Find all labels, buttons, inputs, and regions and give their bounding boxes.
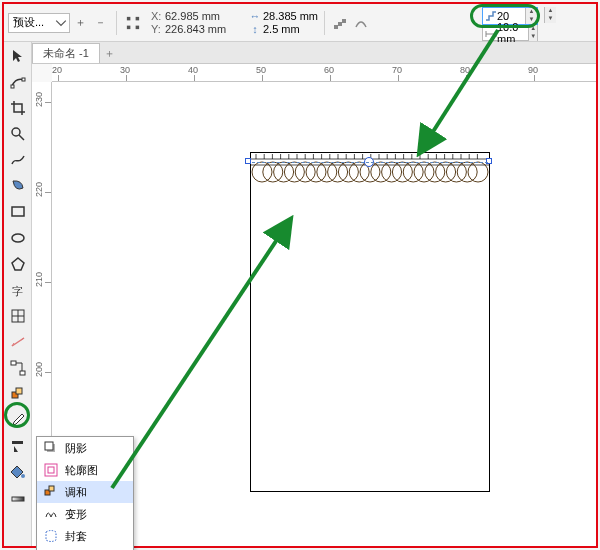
svg-text:字: 字 <box>12 285 23 297</box>
gap-icon <box>485 28 497 40</box>
svg-rect-6 <box>342 19 346 23</box>
connector-tool[interactable] <box>5 355 31 380</box>
interactive-fill-tool[interactable] <box>5 485 31 510</box>
zoom-tool[interactable] <box>5 121 31 146</box>
property-bar: 预设... ＋ － X:62.985 mm Y:226.843 mm ↔28.3… <box>4 4 596 42</box>
page-rectangle <box>250 152 490 492</box>
shadow-icon <box>41 441 61 455</box>
width-icon: ↔ <box>247 10 263 22</box>
svg-rect-0 <box>127 16 131 20</box>
preset-dropdown[interactable]: 预设... <box>8 13 70 33</box>
flyout-contour[interactable]: 轮廓图 <box>37 459 133 481</box>
flyout-label: 变形 <box>65 507 87 522</box>
svg-rect-7 <box>11 85 14 88</box>
x-label: X: <box>151 10 165 22</box>
svg-point-9 <box>12 128 20 136</box>
ellipse-tool[interactable] <box>5 225 31 250</box>
svg-rect-5 <box>338 22 342 26</box>
width-value: 28.385 mm <box>263 10 318 22</box>
effects-flyout: 阴影 轮廓图 调和 变形 封套 立体化 <box>36 436 134 550</box>
distort-icon <box>41 507 61 521</box>
flyout-label: 阴影 <box>65 441 87 456</box>
freehand-tool[interactable] <box>5 147 31 172</box>
svg-marker-13 <box>12 258 24 270</box>
tab-title: 未命名 -1 <box>43 46 89 61</box>
flyout-envelope[interactable]: 封套 <box>37 525 133 547</box>
svg-rect-11 <box>12 207 24 216</box>
document-tabbar: 未命名 -1 ＋ <box>32 42 596 64</box>
direct-blend-icon[interactable] <box>331 13 351 33</box>
flyout-label: 封套 <box>65 529 87 544</box>
table-tool[interactable] <box>5 303 31 328</box>
toolbox: 字 <box>4 42 32 546</box>
flyout-distort[interactable]: 变形 <box>37 503 133 525</box>
preset-remove-button[interactable]: － <box>90 13 110 33</box>
svg-rect-21 <box>11 361 16 365</box>
polygon-tool[interactable] <box>5 251 31 276</box>
preset-label: 预设... <box>13 15 53 30</box>
svg-rect-24 <box>16 388 22 394</box>
fill-tool[interactable] <box>5 459 31 484</box>
rectangle-tool[interactable] <box>5 199 31 224</box>
gap-up[interactable]: ▲ <box>528 25 537 33</box>
eyedropper-tool[interactable] <box>5 407 31 432</box>
svg-line-10 <box>19 135 24 140</box>
blend-gap-input[interactable]: 10.0 mm ▲▼ <box>482 25 538 41</box>
horizontal-ruler: 2030405060708090 <box>52 64 596 82</box>
document-tab[interactable]: 未命名 -1 <box>32 43 100 63</box>
flyout-label: 轮廓图 <box>65 463 98 478</box>
loop-blend-icon[interactable] <box>351 13 371 33</box>
svg-rect-81 <box>48 467 54 473</box>
tab-add-button[interactable]: ＋ <box>100 43 120 63</box>
blend-start-handle[interactable] <box>245 158 251 164</box>
gap-down[interactable]: ▼ <box>528 33 537 41</box>
svg-rect-26 <box>12 497 24 501</box>
svg-rect-22 <box>20 371 25 375</box>
flyout-blend[interactable]: 调和 <box>37 481 133 503</box>
aux-down[interactable]: ▼ <box>544 15 556 23</box>
x-value: 62.985 mm <box>165 10 235 22</box>
svg-point-25 <box>21 474 25 478</box>
pick-tool[interactable] <box>5 43 31 68</box>
chevron-down-icon <box>55 17 67 29</box>
preset-add-button[interactable]: ＋ <box>70 13 90 33</box>
y-label: Y: <box>151 23 165 35</box>
text-tool[interactable]: 字 <box>5 277 31 302</box>
svg-rect-83 <box>49 486 54 491</box>
size-readout: ↔28.385 mm ↕2.5 mm <box>247 10 318 35</box>
steps-up[interactable]: ▲ <box>525 8 537 16</box>
blend-icon <box>41 485 61 499</box>
crop-tool[interactable] <box>5 95 31 120</box>
blend-end-handle[interactable] <box>486 158 492 164</box>
smart-fill-tool[interactable] <box>5 173 31 198</box>
flyout-shadow[interactable]: 阴影 <box>37 437 133 459</box>
svg-rect-3 <box>136 25 140 29</box>
shape-tool[interactable] <box>5 69 31 94</box>
height-value: 2.5 mm <box>263 23 300 35</box>
svg-rect-1 <box>136 16 140 20</box>
svg-rect-80 <box>45 464 57 476</box>
outline-tool[interactable] <box>5 433 31 458</box>
steps-icon <box>485 10 497 22</box>
contour-icon <box>41 463 61 477</box>
svg-rect-2 <box>127 25 131 29</box>
blend-path-indicator <box>252 162 488 163</box>
svg-rect-79 <box>45 442 53 450</box>
effects-tool[interactable] <box>5 381 31 406</box>
flyout-label: 调和 <box>65 485 87 500</box>
height-icon: ↕ <box>247 23 263 35</box>
dimension-tool[interactable] <box>5 329 31 354</box>
svg-point-12 <box>12 234 24 242</box>
aux-up[interactable]: ▲ <box>544 7 556 15</box>
snap-icon[interactable] <box>123 13 143 33</box>
envelope-icon <box>41 529 61 543</box>
y-value: 226.843 mm <box>165 23 235 35</box>
svg-rect-4 <box>334 25 338 29</box>
position-readout: X:62.985 mm Y:226.843 mm <box>151 10 235 35</box>
svg-rect-8 <box>22 78 25 81</box>
